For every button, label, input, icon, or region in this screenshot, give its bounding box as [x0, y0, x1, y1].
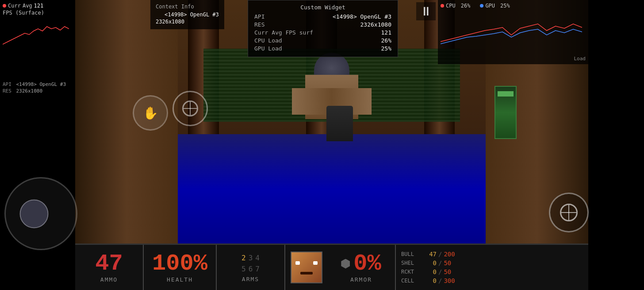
fps-value: 121 [34, 3, 44, 9]
widget-row-cpu: CPU Load 26% [254, 37, 391, 44]
ammo-slash-bull: / [438, 251, 442, 258]
player-body [292, 53, 372, 141]
item-stripe [498, 91, 514, 97]
hud-arms-section: 2 3 4 5 6 7 ARMS [217, 245, 285, 290]
widget-cpu-key: CPU Load [254, 37, 282, 44]
ammo-current-cell: 0 [421, 277, 437, 284]
joystick-inner [19, 199, 48, 228]
ammo-current-rckt: 0 [421, 268, 437, 275]
hud-health-section: 100% HEALTH [144, 245, 217, 290]
widget-row-api: API <14998> OpenGL #3 [254, 13, 391, 20]
arm-3: 3 [248, 253, 254, 263]
widget-row-fps: Curr Avg FPS surf 121 [254, 29, 391, 36]
ammo-slash-rckt: / [438, 268, 442, 275]
hud-armor-label: ARMOR [350, 276, 372, 283]
face-mouth [300, 272, 313, 275]
cpu-legend-dot [441, 4, 444, 8]
widget-api-key: API [254, 13, 264, 20]
pause-button[interactable]: ⏸ [416, 2, 436, 20]
virtual-aim-right[interactable] [549, 193, 589, 232]
gpu-legend-value: 25% [500, 3, 510, 9]
ammo-row-bull: BULL 47 / 200 [401, 251, 583, 258]
fps-surface-label: FPS (Surface) [3, 10, 44, 16]
hud-ammo-label: AMMO [100, 276, 118, 283]
api-res-api-label: API [3, 81, 12, 87]
widget-fps-key: Curr Avg FPS surf [254, 29, 313, 36]
cpu-gpu-overlay: CPU 26% GPU 25% Load [438, 0, 588, 64]
widget-title: Custom Widget [254, 4, 391, 11]
gpu-legend-label: GPU [485, 3, 495, 9]
api-res-res-label: RES [3, 88, 12, 94]
ammo-slash-shel: / [438, 259, 442, 267]
hud-bar: 47 AMMO 100% HEALTH 2 3 4 5 6 7 ARMS [75, 244, 588, 290]
fps-overlay: Curr Avg 121 FPS (Surface) [0, 0, 75, 64]
fps-chart [3, 18, 69, 49]
player-character [292, 53, 372, 141]
hud-face-section [285, 245, 327, 290]
aim-crosshair-right [560, 204, 578, 221]
arm-6: 6 [248, 264, 254, 274]
arm-2: 2 [241, 253, 247, 263]
face-eye-right [313, 261, 318, 265]
widget-gpu-key: GPU Load [254, 45, 282, 52]
widget-res-key: RES [254, 21, 264, 28]
context-info-overlay: Context Info <14998> OpenGL #3 2326x1080 [150, 0, 224, 29]
cpu-gpu-chart [441, 11, 582, 55]
gpu-legend-dot [480, 4, 483, 8]
ammo-current-shel: 0 [421, 259, 437, 267]
ammo-current-bull: 47 [421, 251, 437, 258]
virtual-hand-button[interactable]: ✋ [133, 95, 168, 131]
ammo-type-cell: CELL [401, 278, 421, 284]
ammo-max-rckt: 50 [444, 268, 459, 275]
ammo-type-rckt: RCKT [401, 269, 421, 275]
ammo-max-cell: 300 [444, 277, 459, 284]
arm-4: 4 [254, 253, 261, 263]
hud-armor-section: 0% ARMOR [327, 245, 396, 290]
face-eye-left [295, 261, 300, 265]
widget-fps-val: 121 [381, 29, 391, 36]
hud-health-value: 100% [152, 252, 207, 275]
custom-widget-overlay: Custom Widget API <14998> OpenGL #3 RES … [248, 0, 398, 57]
ammo-type-bull: BULL [401, 251, 421, 257]
arms-grid: 2 3 4 5 6 7 [241, 253, 261, 274]
widget-row-res: RES 2326x1080 [254, 21, 391, 28]
hud-ammo-counts-section: BULL 47 / 200 SHEL 0 / 50 RCKT 0 / 50 CE… [396, 245, 588, 290]
item-on-wall [494, 86, 517, 139]
hud-arms-label: ARMS [242, 276, 259, 282]
arm-7: 7 [254, 264, 261, 274]
ammo-row-cell: CELL 0 / 300 [401, 277, 583, 284]
context-api-value: <14998> OpenGL #3 [165, 12, 219, 18]
player-gun [326, 106, 353, 141]
fps-curr-label: Curr [8, 3, 21, 9]
cpu-legend-label: CPU [446, 3, 456, 9]
widget-gpu-val: 25% [381, 45, 391, 52]
face-portrait [291, 251, 322, 283]
cpu-legend-value: 26% [461, 3, 471, 9]
ammo-type-shel: SHEL [401, 260, 421, 266]
widget-res-val: 2326x1080 [360, 21, 391, 28]
arm-5: 5 [241, 264, 247, 274]
fps-avg-label: Avg [23, 3, 32, 9]
context-info-title: Context Info [156, 4, 219, 10]
hud-ammo-value: 47 [95, 252, 123, 275]
api-res-api-value: <14998> OpenGL #3 [16, 81, 66, 87]
context-res-value: 2326x1080 [156, 19, 184, 25]
game-viewport[interactable]: + Context Info <14998> OpenGL #3 2326x10… [75, 0, 588, 244]
face-eyes [295, 261, 318, 265]
ammo-max-bull: 200 [444, 251, 459, 258]
widget-row-gpu: GPU Load 25% [254, 45, 391, 52]
api-res-res-value: 2326x1080 [16, 88, 43, 94]
api-res-small-overlay: API <14998> OpenGL #3 RES 2326x1080 [0, 80, 73, 96]
ammo-row-shel: SHEL 0 / 50 [401, 259, 583, 267]
fps-dot [3, 4, 6, 8]
virtual-joystick[interactable] [4, 177, 77, 250]
hud-ammo-section: 47 AMMO [75, 245, 144, 290]
virtual-aim-left[interactable] [172, 91, 208, 126]
load-label: Load [441, 56, 586, 62]
ammo-max-shel: 50 [444, 259, 459, 267]
armor-shield-icon [341, 259, 350, 269]
widget-cpu-val: 26% [381, 37, 391, 44]
hud-health-label: HEALTH [167, 276, 193, 283]
context-api-line: <14998> OpenGL #3 [156, 12, 219, 18]
ammo-row-rckt: RCKT 0 / 50 [401, 268, 583, 275]
